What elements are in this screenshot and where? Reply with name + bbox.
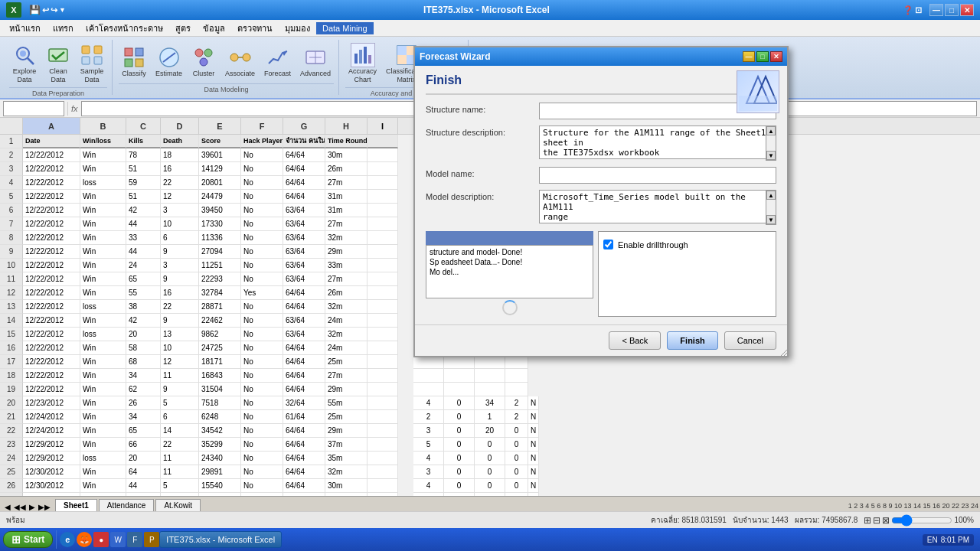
model-name-label: Model name: — [426, 167, 533, 178]
taskbar: ⊞ Start e 🦊 ● W F P ITE375.xlsx - Micros… — [0, 528, 980, 551]
dialog-titlebar: Forecast Wizard — □ ✕ — [415, 47, 787, 66]
model-scroll-up[interactable]: ▲ — [766, 191, 776, 200]
model-desc-label: Model description: — [426, 190, 533, 201]
back-button[interactable]: < Back — [609, 331, 661, 350]
taskbar-excel-app[interactable]: ITE375.xlsx - Microsoft Excel — [159, 531, 282, 548]
drillthrough-label: Enable drillthrough — [618, 240, 688, 249]
dialog-title: Forecast Wizard — [420, 51, 741, 62]
start-label: Start — [24, 534, 44, 545]
taskbar-icon5[interactable]: F — [127, 532, 142, 547]
finish-button[interactable]: Finish — [667, 331, 717, 350]
dialog-overlay: Forecast Wizard — □ ✕ Finish Structure n… — [0, 0, 980, 551]
desc-scroll-up[interactable]: ▲ — [766, 126, 776, 135]
spinner-area — [426, 298, 593, 317]
start-button[interactable]: ⊞ Start — [3, 531, 53, 548]
structure-desc-input[interactable]: Structure for the A1M111 range of the Sh… — [539, 126, 776, 159]
taskbar-icon6[interactable]: P — [144, 532, 159, 547]
dialog-minimize-button[interactable]: — — [743, 51, 755, 62]
dialog-body: Structure name: Range Structure_4 Struct… — [415, 98, 787, 324]
taskbar-ie-icon[interactable]: e — [60, 532, 75, 547]
progress-log: structure and model- Done! Sp eadsheet D… — [426, 245, 593, 298]
progress-spinner — [502, 300, 518, 315]
taskbar-icon4[interactable]: W — [110, 532, 126, 547]
taskbar-app-label: ITE375.xlsx - Microsoft Excel — [166, 535, 275, 544]
taskbar-icon3[interactable]: ● — [93, 532, 109, 547]
model-name-input[interactable]: Forecast Range_3 — [539, 167, 776, 184]
svg-rect-33 — [739, 96, 777, 111]
forecast-wizard-dialog: Forecast Wizard — □ ✕ Finish Structure n… — [413, 46, 789, 357]
taskbar-browser-icon[interactable]: 🦊 — [77, 532, 92, 547]
taskbar-divider — [56, 530, 57, 549]
desc-scroll-down[interactable]: ▼ — [766, 151, 776, 160]
dialog-close-button[interactable]: ✕ — [770, 51, 782, 62]
dialog-heading: Finish — [426, 73, 776, 87]
progress-bar — [426, 231, 593, 245]
dialog-footer: < Back Finish Cancel — [415, 324, 787, 356]
svg-line-34 — [781, 350, 787, 356]
cancel-button[interactable]: Cancel — [724, 331, 776, 350]
drillthrough-panel: Enable drillthrough — [598, 231, 776, 317]
structure-name-label: Structure name: — [426, 103, 533, 114]
progress-item-2: Sp eadsheet Data...- Done! — [430, 257, 590, 267]
model-scroll-down[interactable]: ▼ — [766, 215, 776, 224]
resize-handle[interactable] — [778, 347, 787, 356]
drillthrough-checkbox[interactable] — [603, 240, 613, 249]
taskbar-icons: e 🦊 ● W F P — [60, 532, 159, 547]
progress-item-3: Mo del... — [430, 267, 590, 277]
taskbar-right: EN 8:01 PM — [923, 534, 977, 546]
tray-en-indicator: EN — [927, 536, 938, 544]
tray-time: 8:01 PM — [941, 536, 969, 544]
structure-desc-label: Structure description: — [426, 126, 533, 137]
dialog-maximize-button[interactable]: □ — [756, 51, 769, 62]
progress-item-1: structure and model- Done! — [430, 247, 590, 257]
dialog-logo — [737, 70, 779, 113]
model-desc-input[interactable]: Microsoft_Time_Series model built on the… — [539, 190, 776, 223]
svg-line-35 — [784, 353, 787, 356]
